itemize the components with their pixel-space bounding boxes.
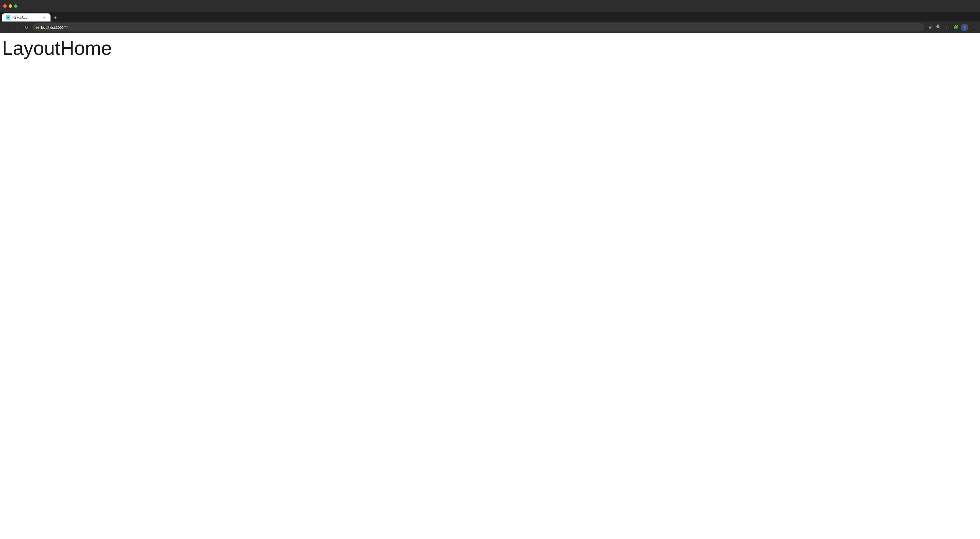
- extensions-button[interactable]: 🧩: [952, 24, 959, 31]
- new-tab-button[interactable]: +: [52, 14, 59, 22]
- translate-icon: ⊞: [928, 25, 932, 30]
- refresh-icon: ↻: [25, 25, 28, 30]
- title-bar: [0, 0, 980, 12]
- forward-icon: ›: [16, 25, 17, 30]
- page-heading: LayoutHome: [2, 38, 978, 59]
- zoom-icon: 🔍: [936, 25, 941, 30]
- translate-button[interactable]: ⊞: [926, 24, 934, 31]
- browser-toolbar: ⊞ 🔍 ☆ 🧩 👤 ⋮: [926, 24, 977, 31]
- page-content: LayoutHome: [0, 33, 980, 539]
- browser-chrome: ⚛ React App × + ‹ › ↻ 🔒 ⊞ 🔍: [0, 0, 980, 33]
- profile-button[interactable]: 👤: [961, 24, 968, 31]
- minimize-button[interactable]: [9, 4, 12, 8]
- menu-icon: ⋮: [971, 25, 975, 30]
- back-button[interactable]: ‹: [3, 24, 11, 31]
- refresh-button[interactable]: ↻: [22, 24, 30, 31]
- tab-close-button[interactable]: ×: [43, 15, 47, 20]
- lock-icon: 🔒: [35, 25, 40, 29]
- tab-favicon: ⚛: [6, 15, 10, 20]
- menu-button[interactable]: ⋮: [969, 24, 977, 31]
- forward-button[interactable]: ›: [13, 24, 21, 31]
- tab-bar: ⚛ React App × +: [0, 12, 980, 22]
- tab-title: React App: [12, 16, 40, 19]
- bookmark-icon: ☆: [946, 25, 949, 30]
- back-icon: ‹: [6, 25, 8, 30]
- nav-bar: ‹ › ↻ 🔒 ⊞ 🔍 ☆ 🧩 👤: [0, 22, 980, 33]
- close-button[interactable]: [3, 4, 7, 8]
- zoom-button[interactable]: 🔍: [935, 24, 942, 31]
- bookmark-button[interactable]: ☆: [943, 24, 951, 31]
- extensions-icon: 🧩: [953, 25, 959, 30]
- url-input[interactable]: [41, 25, 921, 30]
- profile-icon: 👤: [962, 25, 967, 30]
- active-tab[interactable]: ⚛ React App ×: [2, 13, 51, 22]
- window-controls: [3, 4, 18, 8]
- maximize-button[interactable]: [14, 4, 18, 8]
- address-bar[interactable]: 🔒: [32, 23, 924, 32]
